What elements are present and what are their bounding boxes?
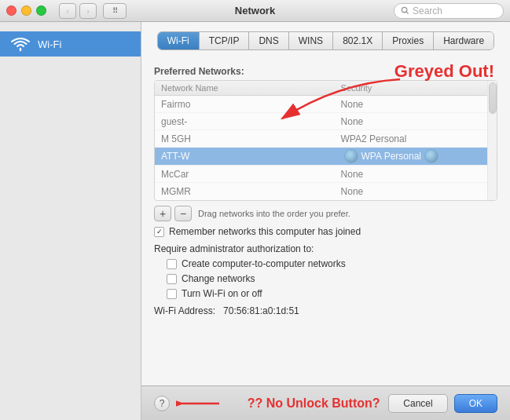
nav-buttons: ‹ › — [59, 3, 97, 19]
remember-networks-row: Remember networks this computer has join… — [154, 226, 497, 237]
change-networks-row: Change networks — [167, 273, 497, 284]
tabs-row: Wi-Fi TCP/IP DNS WINS 802.1X Proxies Har… — [154, 31, 497, 58]
close-button[interactable] — [6, 5, 17, 16]
admin-auth-options: Create computer-to-computer networks Cha… — [154, 258, 497, 299]
scrollbar-thumb — [489, 82, 497, 114]
table-body: Fairmo None guest- None M 5GH WPA2 Perso… — [155, 96, 497, 200]
sidebar-item-wifi[interactable]: Wi-Fi — [0, 31, 141, 57]
table-row[interactable]: M 5GH WPA2 Personal — [155, 130, 497, 148]
cell-security: None — [341, 99, 490, 110]
cell-security: None — [341, 169, 490, 180]
sidebar-wifi-label: Wi-Fi — [38, 38, 61, 50]
tabs: Wi-Fi TCP/IP DNS WINS 802.1X Proxies Har… — [157, 31, 494, 50]
tab-dns[interactable]: DNS — [249, 32, 288, 49]
bottom-bar: ? ?? No Unlock Button? Cancel OK — [141, 385, 510, 420]
svg-line-1 — [406, 12, 409, 14]
cell-network: guest- — [161, 116, 341, 127]
scrollbar[interactable] — [487, 81, 497, 200]
remove-network-button[interactable]: − — [174, 206, 192, 221]
svg-point-0 — [402, 7, 406, 12]
table-header: Network Name Security — [155, 81, 497, 96]
back-button[interactable]: ‹ — [59, 3, 76, 19]
ok-button[interactable]: OK — [454, 394, 497, 413]
help-button[interactable]: ? — [154, 396, 170, 411]
create-networks-label: Create computer-to-computer networks — [182, 258, 346, 269]
cell-security: WPA Personal — [341, 149, 490, 163]
table-row[interactable]: guest- None — [155, 113, 497, 130]
no-unlock-annotation: ?? No Unlock Button? — [239, 396, 388, 411]
cell-network: M 5GH — [161, 133, 341, 144]
cell-security: None — [341, 116, 490, 127]
minimize-button[interactable] — [21, 5, 31, 16]
turn-wifi-row: Turn Wi-Fi on or off — [167, 288, 497, 299]
tab-proxies[interactable]: Proxies — [383, 32, 434, 49]
main-window: Wi-Fi Wi-Fi TCP/IP DNS WINS 802.1X Proxi… — [0, 22, 510, 420]
require-auth-label: Require administrator authorization to: — [154, 243, 497, 254]
cell-network: Fairmo — [161, 99, 341, 110]
bottom-buttons: Cancel OK — [388, 394, 497, 413]
grid-button[interactable]: ⠿ — [103, 3, 127, 19]
tab-hardware[interactable]: Hardware — [434, 32, 493, 49]
wifi-address-label: Wi-Fi Address: — [154, 305, 215, 316]
network-table: Network Name Security Fairmo None guest-… — [154, 80, 497, 201]
col-network-name: Network Name — [161, 83, 341, 93]
table-row[interactable]: Fairmo None — [155, 96, 497, 113]
cancel-button[interactable]: Cancel — [388, 394, 447, 413]
col-security: Security — [341, 83, 490, 93]
network-name: ATT-W — [161, 151, 189, 162]
globe-icon-left — [344, 149, 358, 163]
preferred-networks-label: Preferred Networks: — [154, 66, 497, 77]
no-unlock-arrow — [176, 394, 223, 413]
change-networks-label: Change networks — [182, 273, 255, 284]
table-controls: + − Drag networks into the order you pre… — [154, 206, 497, 221]
forward-button[interactable]: › — [79, 3, 97, 19]
table-row[interactable]: MGMR None — [155, 183, 497, 200]
wifi-address-value: 70:56:81:a0:1d:51 — [223, 305, 299, 316]
cell-network: McCar — [161, 169, 341, 180]
window-controls — [6, 5, 46, 16]
change-networks-checkbox[interactable] — [167, 274, 177, 284]
tab-8021x[interactable]: 802.1X — [333, 32, 383, 49]
turn-wifi-label: Turn Wi-Fi on or off — [182, 288, 262, 299]
tab-wins[interactable]: WINS — [289, 32, 333, 49]
content-area: Wi-Fi TCP/IP DNS WINS 802.1X Proxies Har… — [141, 22, 510, 420]
create-networks-checkbox[interactable] — [167, 259, 177, 269]
sidebar: Wi-Fi — [0, 22, 141, 420]
window-title: Network — [235, 5, 275, 16]
table-row-selected[interactable]: ATT-W WPA Personal — [155, 148, 497, 166]
tab-wifi[interactable]: Wi-Fi — [158, 32, 200, 49]
remember-networks-label: Remember networks this computer has join… — [169, 226, 361, 237]
drag-hint: Drag networks into the order you prefer. — [198, 209, 350, 218]
tab-tcpip[interactable]: TCP/IP — [200, 32, 250, 49]
table-row[interactable]: McCar None — [155, 166, 497, 183]
create-computer-networks-row: Create computer-to-computer networks — [167, 258, 497, 269]
wifi-icon — [9, 36, 31, 52]
maximize-button[interactable] — [36, 5, 46, 16]
cell-security: None — [341, 186, 490, 197]
cell-network: MGMR — [161, 186, 341, 197]
turn-wifi-checkbox[interactable] — [167, 289, 177, 299]
add-network-button[interactable]: + — [154, 206, 171, 221]
titlebar: ‹ › ⠿ Network Search — [0, 0, 510, 22]
wifi-address: Wi-Fi Address: 70:56:81:a0:1d:51 — [154, 305, 497, 316]
search-icon — [401, 6, 409, 15]
cell-network: ATT-W — [161, 151, 341, 162]
search-placeholder: Search — [413, 5, 442, 16]
globe-icon-right — [424, 149, 438, 163]
remember-networks-checkbox[interactable] — [154, 227, 164, 237]
search-bar[interactable]: Search — [394, 3, 504, 19]
cell-security: WPA2 Personal — [341, 133, 490, 144]
